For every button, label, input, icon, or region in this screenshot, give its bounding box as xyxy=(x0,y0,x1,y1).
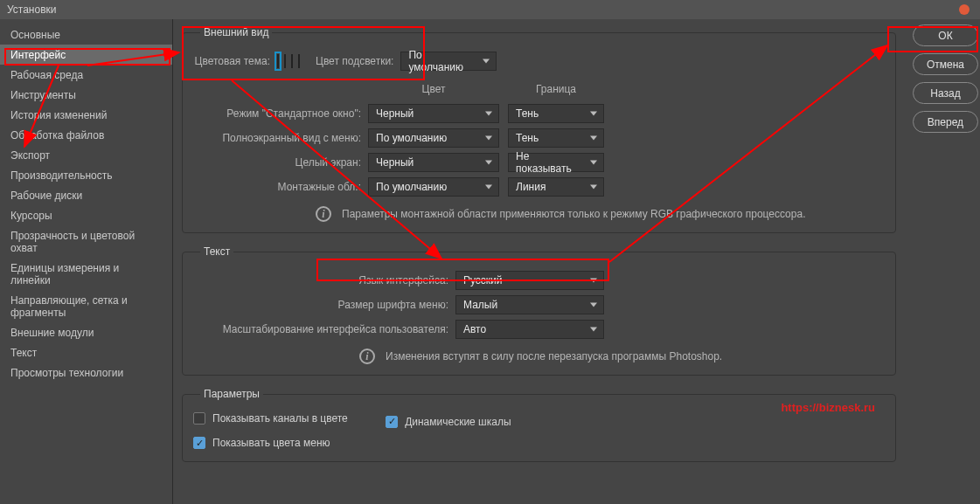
color-select[interactable]: По умолчанию xyxy=(368,177,499,197)
text-group: Текст Язык интерфейса: Русский Размер шр… xyxy=(182,245,896,376)
sidebar-item[interactable]: Внешние модули xyxy=(0,322,172,342)
border-select[interactable]: Не показывать xyxy=(508,153,604,172)
color-theme-swatch[interactable] xyxy=(284,54,286,68)
sidebar: ОсновныеИнтерфейсРабочая средаИнструмент… xyxy=(0,19,173,504)
border-select[interactable]: Тень xyxy=(508,128,604,148)
sidebar-item[interactable]: Единицы измерения и линейки xyxy=(0,258,172,290)
watermark: https://biznesk.ru xyxy=(781,401,875,414)
border-select[interactable]: Линия xyxy=(508,177,604,197)
sidebar-item[interactable]: Обработка файлов xyxy=(0,125,172,145)
window-title: Установки xyxy=(7,3,56,16)
appearance-info: Параметры монтажной области применяются … xyxy=(342,208,805,220)
sidebar-item[interactable]: Производительность xyxy=(0,165,172,185)
appearance-group: Внешний вид Цветовая тема: Цвет подсветк… xyxy=(182,26,896,233)
params-group: Параметры Показывать каналы в цвете Дина… xyxy=(182,388,896,462)
cancel-button[interactable]: Отмена xyxy=(913,53,978,75)
sidebar-item[interactable]: Инструменты xyxy=(0,85,172,105)
ui-scale-select[interactable]: Авто xyxy=(455,320,604,339)
params-legend: Параметры xyxy=(200,388,263,400)
text-legend: Текст xyxy=(200,245,233,258)
info-icon: i xyxy=(359,349,375,364)
lang-select[interactable]: Русский xyxy=(455,271,604,290)
color-select[interactable]: Черный xyxy=(368,153,499,172)
sidebar-item[interactable]: Прозрачность и цветовой охват xyxy=(0,225,172,258)
color-theme-swatch[interactable] xyxy=(291,54,293,68)
color-theme-swatch[interactable] xyxy=(298,54,300,68)
ui-scale-label: Масштабирование интерфейса пользователя: xyxy=(193,323,455,335)
info-icon: i xyxy=(316,206,331,222)
ok-button[interactable]: ОК xyxy=(913,24,978,46)
channels-in-color-label: Показывать каналы в цвете xyxy=(212,412,348,425)
color-theme-label: Цветовая тема: xyxy=(193,55,277,67)
font-size-select[interactable]: Малый xyxy=(455,295,604,314)
screen-mode-label: Целый экран: xyxy=(193,156,368,169)
sidebar-item[interactable]: Основные xyxy=(0,24,172,45)
sidebar-item[interactable]: Просмотры технологии xyxy=(0,362,172,383)
show-menu-colors-label: Показывать цвета меню xyxy=(212,437,330,449)
border-header: Граница xyxy=(508,83,604,95)
text-info: Изменения вступят в силу после перезапус… xyxy=(386,350,722,362)
screen-mode-label: Режим "Стандартное окно": xyxy=(193,107,368,120)
forward-button[interactable]: Вперед xyxy=(913,111,978,133)
sidebar-item[interactable]: Рабочая среда xyxy=(0,65,172,85)
sidebar-item[interactable]: Направляющие, сетка и фрагменты xyxy=(0,290,172,322)
color-header: Цвет xyxy=(368,83,499,95)
show-menu-colors-checkbox[interactable] xyxy=(193,437,205,449)
sidebar-item[interactable]: Курсоры xyxy=(0,205,172,225)
screen-mode-label: Полноэкранный вид с меню: xyxy=(193,132,368,144)
color-select[interactable]: Черный xyxy=(368,104,499,123)
channels-in-color-checkbox[interactable] xyxy=(193,412,205,425)
sidebar-item[interactable]: Экспорт xyxy=(0,145,172,165)
color-theme-swatch[interactable] xyxy=(277,54,279,68)
sidebar-item[interactable]: Текст xyxy=(0,342,172,362)
appearance-legend: Внешний вид xyxy=(200,26,272,38)
sidebar-item[interactable]: Интерфейс xyxy=(0,45,172,65)
titlebar: Установки xyxy=(0,0,980,19)
highlight-select[interactable]: По умолчанию xyxy=(400,52,497,71)
sidebar-item[interactable]: Рабочие диски xyxy=(0,185,172,205)
dynamic-sliders-label: Динамические шкалы xyxy=(405,416,511,428)
border-select[interactable]: Тень xyxy=(508,104,604,123)
dynamic-sliders-checkbox[interactable] xyxy=(386,416,398,428)
sidebar-item[interactable]: История изменений xyxy=(0,105,172,125)
lang-label: Язык интерфейса: xyxy=(193,274,455,287)
back-button[interactable]: Назад xyxy=(913,82,978,104)
color-select[interactable]: По умолчанию xyxy=(368,128,499,148)
close-icon[interactable] xyxy=(959,4,970,15)
screen-mode-label: Монтажные обл.: xyxy=(193,181,368,193)
highlight-label: Цвет подсветки: xyxy=(316,55,400,67)
font-size-label: Размер шрифта меню: xyxy=(193,299,455,311)
